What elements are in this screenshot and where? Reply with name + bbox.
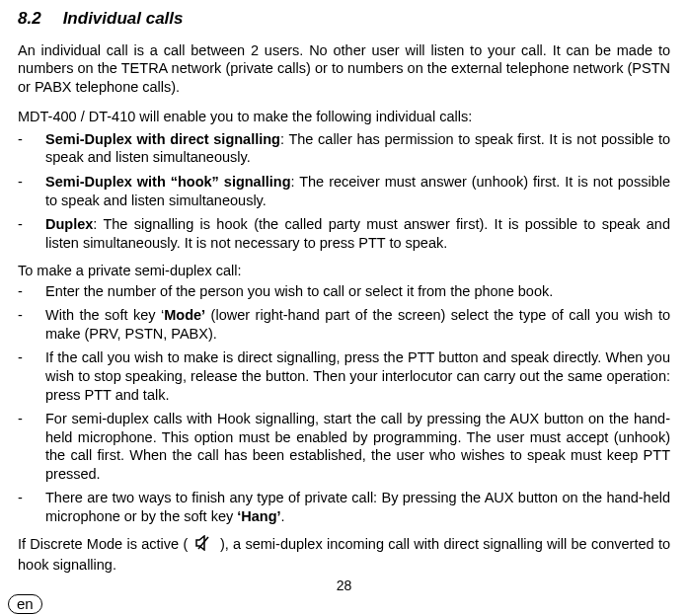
step-bold: ‘Hang’ [237,508,280,524]
section-title: Individual calls [63,9,184,28]
dash-marker: - [18,215,45,252]
page-number: 28 [18,578,670,595]
step-text: If the call you wish to make is direct s… [45,348,670,404]
intro-paragraph: An individual call is a call between 2 u… [18,41,670,97]
dash-marker: - [18,348,45,404]
dash-marker: - [18,282,45,301]
term: Semi-Duplex with “hook” signalling [45,174,290,190]
language-badge: en [8,594,42,614]
call-types-list: - Semi-Duplex with direct signalling: Th… [18,130,670,252]
howto-list: - Enter the number of the person you wis… [18,282,670,526]
section-heading: 8.2Individual calls [18,8,670,30]
list-item: - Semi-Duplex with “hook” signalling: Th… [18,173,670,209]
dash-marker: - [18,489,45,525]
speaker-muted-icon [195,535,213,556]
list-item: - With the soft key ‘Mode’ (lower right-… [18,306,670,343]
step-post: . [281,508,285,524]
discrete-pre: If Discrete Mode is active ( [18,536,192,552]
list-item: - If the call you wish to make is direct… [18,348,670,404]
dash-marker: - [18,130,45,167]
term: Duplex [45,216,93,232]
list-item: - Duplex: The signalling is hook (the ca… [18,215,670,252]
howto-intro: To make a private semi-duplex call: [18,262,670,280]
list-item: - There are two ways to finish any type … [18,489,670,525]
step-pre: With the soft key ‘ [45,307,164,323]
step-bold: Mode’ [164,307,205,323]
term: Semi-Duplex with direct signalling [45,131,280,147]
list-item: - For semi-duplex calls with Hook signal… [18,410,670,483]
term-desc: : The signalling is hook (the called par… [45,216,670,251]
step-text: Enter the number of the person you wish … [45,282,670,301]
step-pre: There are two ways to finish any type of… [45,490,670,524]
dash-marker: - [18,410,45,483]
models-intro: MDT-400 / DT-410 will enable you to make… [18,108,670,126]
step-text: For semi-duplex calls with Hook signalli… [45,410,670,483]
section-number: 8.2 [18,8,41,30]
dash-marker: - [18,306,45,343]
list-item: - Semi-Duplex with direct signalling: Th… [18,130,670,167]
dash-marker: - [18,173,45,209]
discrete-note: If Discrete Mode is active ( ), a semi-d… [18,535,670,574]
list-item: - Enter the number of the person you wis… [18,282,670,301]
